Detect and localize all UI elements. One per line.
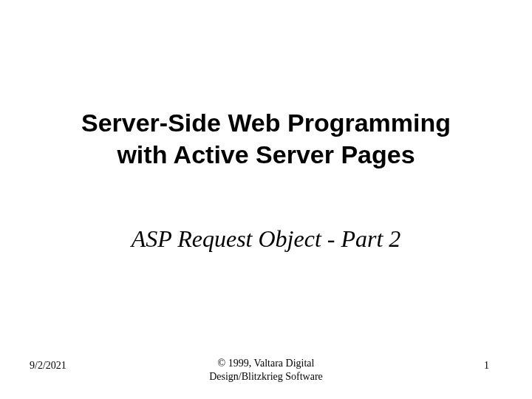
copyright-line-1: © 1999, Valtara Digital: [218, 358, 315, 369]
copyright-line-2: Design/Blitzkrieg Software: [209, 371, 323, 382]
slide: Server-Side Web Programming with Active …: [0, 0, 532, 399]
slide-subtitle: ASP Request Object - Part 2: [0, 225, 532, 253]
footer-page-number: 1: [484, 360, 489, 372]
slide-title: Server-Side Web Programming with Active …: [0, 107, 532, 170]
title-line-2: with Active Server Pages: [117, 140, 415, 168]
footer-copyright: © 1999, Valtara Digital Design/Blitzkrie…: [0, 357, 532, 383]
title-line-1: Server-Side Web Programming: [81, 109, 451, 137]
